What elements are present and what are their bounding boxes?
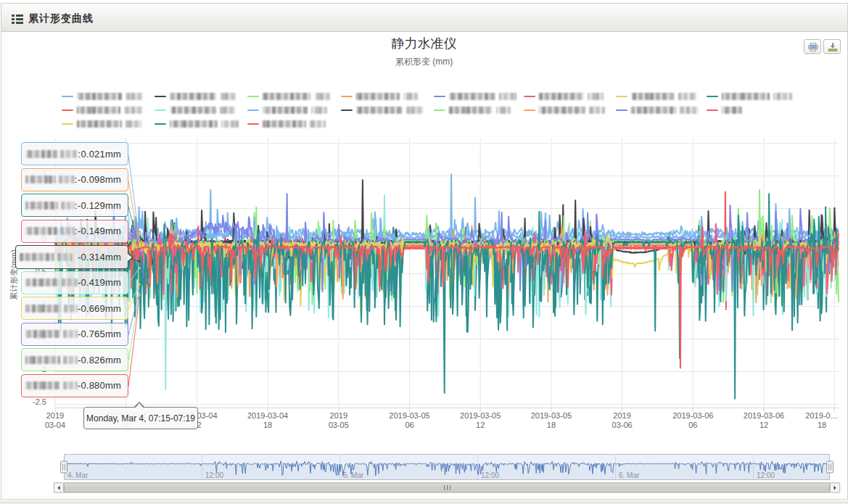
navigator-mask[interactable] xyxy=(64,454,830,480)
x-tick-label: 201903-05 xyxy=(299,411,379,430)
tooltip-value: :-0.098mm xyxy=(75,174,121,185)
x-tick-label-line2: 18 xyxy=(511,421,591,430)
scrollbar-thumb[interactable] xyxy=(65,483,830,492)
navigator-tick-label: 12:00 xyxy=(481,471,499,479)
series-lines xyxy=(55,174,839,399)
tooltip-name-redacted xyxy=(62,278,77,286)
navigator-tick-label: 4. Mar xyxy=(67,471,88,479)
tooltip-name-redacted xyxy=(25,381,60,389)
hover-point xyxy=(138,294,141,297)
navigator-handle-left-part xyxy=(61,461,67,473)
tooltip-value: :-0.149mm xyxy=(75,226,121,236)
tooltip-box-9: -0.880mm xyxy=(21,374,128,397)
x-tick-label: 2019-03-0512 xyxy=(440,411,520,430)
x-tick-label-line1: 2019-03-06 xyxy=(653,411,733,421)
hover-point xyxy=(138,260,141,263)
tooltip-name-redacted xyxy=(57,253,73,261)
navigator-handle-left[interactable] xyxy=(61,461,67,473)
x-tick-label-line1: 2019-03-05 xyxy=(511,411,591,421)
tooltip-name-redacted xyxy=(60,227,75,235)
tooltip-value: -0.669mm xyxy=(78,303,121,314)
tooltip-value: -0.419mm xyxy=(78,277,121,288)
tooltip-value: :-0.129mm xyxy=(75,200,121,211)
tooltip-box-1: :-0.098mm xyxy=(21,168,128,191)
tooltip-name-redacted xyxy=(20,253,54,261)
x-tick-label: 201903-06 xyxy=(583,411,662,430)
tooltip-name-redacted xyxy=(25,227,57,235)
tooltip-box-5: -0.419mm xyxy=(21,271,128,294)
x-tick-label: 2019-03-0506 xyxy=(370,411,450,430)
x-tick-label-line1: 2019-03-05 xyxy=(440,411,520,421)
x-tick-label: 2019-0…18 xyxy=(782,411,848,430)
x-tick-label-line2: 03-06 xyxy=(583,421,662,430)
tooltip-name-redacted xyxy=(60,150,77,158)
x-tick-label-line2: 12 xyxy=(440,421,520,430)
tooltip-name-redacted xyxy=(59,175,75,183)
y-tick-label: -2.5 xyxy=(3,397,46,406)
tooltip-name-redacted xyxy=(63,356,78,364)
tooltip-name-redacted xyxy=(25,330,60,338)
x-tick-label-line2: 03-05 xyxy=(299,421,379,430)
x-tick-label-line2: 18 xyxy=(782,421,848,430)
navigator-tick-label: 12:00 xyxy=(757,471,775,479)
tooltip-name-redacted xyxy=(25,305,61,313)
tooltip-box-6: -0.669mm xyxy=(21,297,128,320)
tooltip-name-redacted xyxy=(61,202,75,210)
x-tick-label-line1: 2019-03-05 xyxy=(370,411,450,421)
tooltip-name-redacted xyxy=(25,356,60,364)
x-tick-label-line1: 2019-0… xyxy=(782,411,848,421)
x-tick-label: 2019-03-0518 xyxy=(511,411,591,430)
tooltip-box-7: -0.765mm xyxy=(21,323,128,346)
tooltip-date-text: Monday, Mar 4, 07:15-07:19 xyxy=(86,413,195,424)
tooltip-name-redacted xyxy=(63,330,78,338)
tooltip-box-8: -0.826mm xyxy=(21,348,128,371)
tooltip-name-redacted xyxy=(25,150,57,158)
navigator-handle-right[interactable] xyxy=(827,461,833,473)
tooltip-name-redacted xyxy=(25,278,59,286)
navigator[interactable] xyxy=(61,454,833,480)
tooltip-value: :0.021mm xyxy=(78,149,121,160)
hover-point xyxy=(138,238,141,241)
tooltip-name-redacted xyxy=(63,381,78,389)
hover-point xyxy=(138,297,141,299)
x-tick-label-line2: 06 xyxy=(653,421,733,430)
x-tick-label-line1: 2019 xyxy=(299,411,379,421)
navigator-handle-right-part xyxy=(827,461,833,473)
tooltip-box-3: :-0.149mm xyxy=(21,220,128,243)
tooltip-box-2: :-0.129mm xyxy=(21,194,128,217)
tooltip-value: -0.826mm xyxy=(78,355,121,365)
tooltip-value: -0.314mm xyxy=(78,252,121,263)
navigator-tick-label: 12:00 xyxy=(205,471,223,479)
navigator-tick-label: 6. Mar xyxy=(619,471,639,479)
tooltip-date-arrow-fill xyxy=(135,403,144,408)
navigator-tick-label: 5. Mar xyxy=(343,471,363,479)
tooltip-box-0: :0.021mm xyxy=(21,142,128,165)
tooltip-name-redacted xyxy=(25,202,58,210)
hover-point xyxy=(138,289,141,292)
tooltip-date-box: Monday, Mar 4, 07:15-07:19 xyxy=(83,407,198,429)
hover-point xyxy=(138,249,141,252)
page: { "header": { "title": "累计形变曲线", "icon":… xyxy=(0,0,848,504)
scrollbar-left-button[interactable] xyxy=(54,483,64,492)
page-part xyxy=(128,254,132,261)
x-tick-label-line2: 06 xyxy=(370,421,450,430)
x-tick-label: 2019-03-0418 xyxy=(228,411,308,430)
hover-markers xyxy=(138,238,141,299)
tooltip-box-4: -0.314mm xyxy=(15,245,128,269)
hover-point xyxy=(138,283,141,286)
tooltip-name-redacted xyxy=(25,175,56,183)
x-tick-label-line2: 18 xyxy=(228,421,308,430)
tooltip-value: -0.880mm xyxy=(78,380,121,391)
x-tick-label-line1: 2019 xyxy=(583,411,662,421)
x-tick-label-line1: 2019-03-04 xyxy=(228,411,308,421)
x-tick-label: 2019-03-0606 xyxy=(653,411,733,430)
scrollbar[interactable] xyxy=(54,483,840,493)
tooltip-value: -0.765mm xyxy=(78,329,121,339)
hover-point xyxy=(138,267,141,270)
tooltip-name-redacted xyxy=(64,305,78,313)
scrollbar-right-button[interactable] xyxy=(831,483,840,492)
